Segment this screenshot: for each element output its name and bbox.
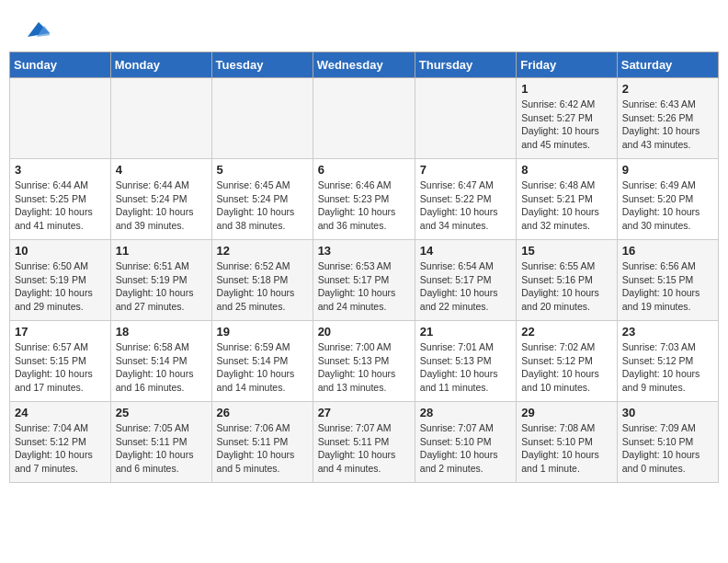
calendar-cell: 19Sunrise: 6:59 AM Sunset: 5:14 PM Dayli…	[211, 321, 313, 402]
calendar-cell	[110, 78, 211, 159]
day-number: 27	[318, 406, 410, 419]
calendar-cell: 2Sunrise: 6:43 AM Sunset: 5:26 PM Daylig…	[617, 78, 718, 159]
day-info: Sunrise: 6:44 AM Sunset: 5:24 PM Dayligh…	[116, 178, 207, 233]
calendar-cell	[211, 78, 313, 159]
day-number: 14	[420, 244, 511, 258]
day-info: Sunrise: 7:03 AM Sunset: 5:12 PM Dayligh…	[622, 340, 713, 395]
day-number: 16	[622, 244, 713, 258]
weekday-header: Friday	[517, 52, 618, 78]
day-info: Sunrise: 6:59 AM Sunset: 5:14 PM Dayligh…	[217, 340, 308, 395]
calendar-cell: 17Sunrise: 6:57 AM Sunset: 5:15 PM Dayli…	[10, 321, 111, 402]
day-info: Sunrise: 6:56 AM Sunset: 5:15 PM Dayligh…	[622, 259, 713, 314]
calendar-header: SundayMondayTuesdayWednesdayThursdayFrid…	[10, 52, 719, 78]
calendar-cell: 10Sunrise: 6:50 AM Sunset: 5:19 PM Dayli…	[10, 240, 111, 321]
calendar-cell: 30Sunrise: 7:09 AM Sunset: 5:10 PM Dayli…	[617, 402, 718, 483]
calendar-cell: 1Sunrise: 6:42 AM Sunset: 5:27 PM Daylig…	[517, 78, 618, 159]
day-info: Sunrise: 6:42 AM Sunset: 5:27 PM Dayligh…	[521, 98, 612, 152]
day-number: 22	[521, 325, 612, 339]
day-info: Sunrise: 7:06 AM Sunset: 5:11 PM Dayligh…	[217, 421, 308, 476]
day-info: Sunrise: 6:51 AM Sunset: 5:19 PM Dayligh…	[116, 259, 207, 314]
calendar-cell: 16Sunrise: 6:56 AM Sunset: 5:15 PM Dayli…	[617, 240, 718, 321]
calendar-cell: 20Sunrise: 7:00 AM Sunset: 5:13 PM Dayli…	[313, 321, 415, 402]
calendar-cell	[415, 78, 516, 159]
calendar-cell: 22Sunrise: 7:02 AM Sunset: 5:12 PM Dayli…	[517, 321, 618, 402]
day-info: Sunrise: 6:53 AM Sunset: 5:17 PM Dayligh…	[318, 259, 410, 314]
day-info: Sunrise: 6:58 AM Sunset: 5:14 PM Dayligh…	[116, 340, 207, 395]
page-header	[0, 0, 728, 52]
calendar-cell: 9Sunrise: 6:49 AM Sunset: 5:20 PM Daylig…	[617, 159, 718, 240]
day-info: Sunrise: 7:00 AM Sunset: 5:13 PM Dayligh…	[318, 340, 410, 395]
calendar-week-row: 1Sunrise: 6:42 AM Sunset: 5:27 PM Daylig…	[10, 78, 719, 159]
day-number: 12	[217, 244, 308, 258]
day-number: 13	[318, 244, 410, 258]
calendar-cell: 23Sunrise: 7:03 AM Sunset: 5:12 PM Dayli…	[617, 321, 718, 402]
day-number: 6	[318, 163, 410, 177]
day-info: Sunrise: 6:57 AM Sunset: 5:15 PM Dayligh…	[15, 340, 106, 395]
weekday-header: Wednesday	[313, 52, 415, 78]
day-info: Sunrise: 6:43 AM Sunset: 5:26 PM Dayligh…	[622, 98, 713, 152]
day-number: 19	[217, 325, 308, 339]
weekday-header: Tuesday	[211, 52, 313, 78]
day-number: 20	[318, 325, 410, 339]
calendar-table: SundayMondayTuesdayWednesdayThursdayFrid…	[9, 52, 719, 483]
day-number: 23	[622, 325, 713, 339]
calendar-cell: 29Sunrise: 7:08 AM Sunset: 5:10 PM Dayli…	[517, 402, 618, 483]
calendar-cell: 8Sunrise: 6:48 AM Sunset: 5:21 PM Daylig…	[517, 159, 618, 240]
logo	[18, 15, 50, 44]
day-info: Sunrise: 7:01 AM Sunset: 5:13 PM Dayligh…	[420, 340, 511, 395]
day-info: Sunrise: 6:47 AM Sunset: 5:22 PM Dayligh…	[420, 178, 511, 233]
weekday-header: Thursday	[415, 52, 516, 78]
day-info: Sunrise: 6:49 AM Sunset: 5:20 PM Dayligh…	[622, 178, 713, 233]
calendar-cell: 24Sunrise: 7:04 AM Sunset: 5:12 PM Dayli…	[10, 402, 111, 483]
day-number: 15	[521, 244, 612, 258]
calendar-cell: 4Sunrise: 6:44 AM Sunset: 5:24 PM Daylig…	[110, 159, 211, 240]
day-number: 11	[116, 244, 207, 258]
calendar-cell: 7Sunrise: 6:47 AM Sunset: 5:22 PM Daylig…	[415, 159, 516, 240]
day-info: Sunrise: 7:05 AM Sunset: 5:11 PM Dayligh…	[116, 421, 207, 476]
day-number: 10	[15, 244, 106, 258]
day-number: 2	[622, 82, 713, 96]
day-info: Sunrise: 7:07 AM Sunset: 5:11 PM Dayligh…	[318, 421, 410, 476]
day-info: Sunrise: 6:44 AM Sunset: 5:25 PM Dayligh…	[15, 178, 106, 233]
day-info: Sunrise: 6:50 AM Sunset: 5:19 PM Dayligh…	[15, 259, 106, 314]
day-info: Sunrise: 6:45 AM Sunset: 5:24 PM Dayligh…	[217, 178, 308, 233]
day-info: Sunrise: 7:04 AM Sunset: 5:12 PM Dayligh…	[15, 421, 106, 476]
calendar-cell: 25Sunrise: 7:05 AM Sunset: 5:11 PM Dayli…	[110, 402, 211, 483]
day-number: 29	[521, 406, 612, 419]
day-number: 3	[15, 163, 106, 177]
day-number: 4	[116, 163, 207, 177]
day-number: 9	[622, 163, 713, 177]
calendar-cell: 26Sunrise: 7:06 AM Sunset: 5:11 PM Dayli…	[211, 402, 313, 483]
day-number: 26	[217, 406, 308, 419]
day-info: Sunrise: 7:02 AM Sunset: 5:12 PM Dayligh…	[521, 340, 612, 395]
calendar-cell: 6Sunrise: 6:46 AM Sunset: 5:23 PM Daylig…	[313, 159, 415, 240]
day-number: 8	[521, 163, 612, 177]
day-number: 5	[217, 163, 308, 177]
day-info: Sunrise: 6:48 AM Sunset: 5:21 PM Dayligh…	[521, 178, 612, 233]
weekday-header: Monday	[110, 52, 211, 78]
day-info: Sunrise: 6:52 AM Sunset: 5:18 PM Dayligh…	[217, 259, 308, 314]
weekday-header: Sunday	[10, 52, 111, 78]
weekday-header: Saturday	[617, 52, 718, 78]
calendar-week-row: 17Sunrise: 6:57 AM Sunset: 5:15 PM Dayli…	[10, 321, 719, 402]
day-number: 21	[420, 325, 511, 339]
calendar-week-row: 3Sunrise: 6:44 AM Sunset: 5:25 PM Daylig…	[10, 159, 719, 240]
calendar-cell: 14Sunrise: 6:54 AM Sunset: 5:17 PM Dayli…	[415, 240, 516, 321]
calendar-cell: 28Sunrise: 7:07 AM Sunset: 5:10 PM Dayli…	[415, 402, 516, 483]
day-number: 28	[420, 406, 511, 419]
calendar-cell	[10, 78, 111, 159]
day-info: Sunrise: 6:55 AM Sunset: 5:16 PM Dayligh…	[521, 259, 612, 314]
calendar-week-row: 24Sunrise: 7:04 AM Sunset: 5:12 PM Dayli…	[10, 402, 719, 483]
day-number: 25	[116, 406, 207, 419]
calendar-cell: 18Sunrise: 6:58 AM Sunset: 5:14 PM Dayli…	[110, 321, 211, 402]
day-info: Sunrise: 7:07 AM Sunset: 5:10 PM Dayligh…	[420, 421, 511, 476]
day-info: Sunrise: 6:54 AM Sunset: 5:17 PM Dayligh…	[420, 259, 511, 314]
day-info: Sunrise: 7:09 AM Sunset: 5:10 PM Dayligh…	[622, 421, 713, 476]
calendar-cell: 5Sunrise: 6:45 AM Sunset: 5:24 PM Daylig…	[211, 159, 313, 240]
day-info: Sunrise: 6:46 AM Sunset: 5:23 PM Dayligh…	[318, 178, 410, 233]
calendar-cell: 12Sunrise: 6:52 AM Sunset: 5:18 PM Dayli…	[211, 240, 313, 321]
day-info: Sunrise: 7:08 AM Sunset: 5:10 PM Dayligh…	[521, 421, 612, 476]
calendar-cell: 11Sunrise: 6:51 AM Sunset: 5:19 PM Dayli…	[110, 240, 211, 321]
calendar-cell	[313, 78, 415, 159]
calendar-week-row: 10Sunrise: 6:50 AM Sunset: 5:19 PM Dayli…	[10, 240, 719, 321]
